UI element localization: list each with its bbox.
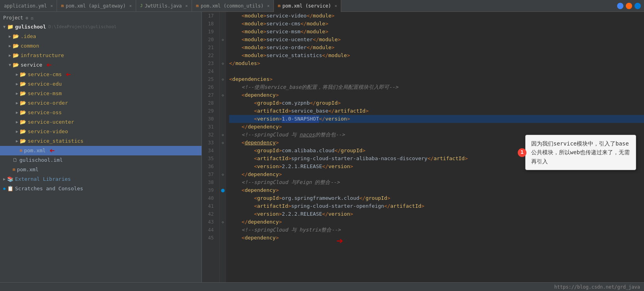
code-line-23: </modules> [229, 59, 644, 67]
sidebar-item-label-edu: service-edu [28, 80, 62, 88]
tab-pom-common-utils[interactable]: m pom.xml (common_utils) ✕ [192, 0, 274, 12]
tree-arrow-order: ▶ [14, 99, 20, 107]
sidebar-item-service[interactable]: ▼ 📂 service ➔ [0, 60, 201, 70]
sidebar-item-infrastructure[interactable]: ▶ 📂 infrastructure [0, 51, 201, 60]
sidebar-item-service-statistics[interactable]: ▶ 📂 service_statistics [0, 136, 201, 146]
code-line-24 [229, 67, 644, 75]
tree-arrow-msm: ▶ [14, 90, 20, 98]
sidebar-item-service-oss[interactable]: ▶ 📂 service-oss [0, 108, 201, 117]
sidebar-item-service-cms[interactable]: ▶ 📂 service-cms ➔ [0, 70, 201, 79]
tab-jwt-utils[interactable]: J JwtUtils.java ✕ [136, 0, 192, 12]
code-line-45: <dependency> [229, 234, 644, 242]
tab-type-icon: J [140, 3, 143, 8]
sidebar-item-pom-xml[interactable]: m pom.xml ➔ [0, 146, 201, 155]
tree-arrow-video: ▶ [14, 128, 20, 136]
code-line-19: <module>service-msm</module> [229, 28, 644, 36]
tree-arrow-cms: ▶ [14, 71, 20, 78]
bottom-bar: https://blog.csdn.net/grd_java [0, 282, 644, 291]
iml-icon: 🗋 [13, 156, 18, 164]
folder-icon: 📂 [20, 71, 26, 78]
folder-icon: 📂 [20, 99, 26, 107]
code-line-42: <version>2.2.2.RELEASE</version> [229, 210, 644, 218]
folder-icon: 📂 [13, 52, 19, 59]
root-path: D:\IdeaProjects\gulischool [48, 23, 116, 31]
sidebar-item-pom-xml-root[interactable]: ▶ m pom.xml [0, 165, 201, 174]
root-label: gulischool [15, 23, 46, 31]
red-arrow-cms: ➔ [66, 71, 71, 78]
code-line-43: </dependency> [229, 218, 644, 226]
folder-icon: 📂 [13, 61, 19, 69]
tree-arrow-common: ▶ [7, 42, 13, 50]
tab-bar: application.yml ✕ m pom.xml (api_gateway… [0, 0, 644, 12]
sidebar-item-label-scratches: Scratches and Consoles [15, 185, 83, 193]
code-line-27: <dependency> [229, 91, 644, 99]
sidebar-item-label-pom-root: pom.xml [17, 166, 39, 174]
sidebar-item-label-iml: gulischool.iml [19, 156, 63, 164]
tab-type-icon: m [61, 3, 64, 8]
sidebar-item-gulischool-iml[interactable]: ▶ 🗋 gulischool.iml [0, 155, 201, 165]
tab-close-icon[interactable]: ✕ [129, 4, 132, 8]
tree-arrow-ext: ▶ [2, 175, 7, 183]
tab-label: pom.xml (api_gateway) [66, 3, 126, 9]
tab-close-icon[interactable]: ✕ [50, 4, 53, 8]
tab-label: application.yml [4, 3, 47, 9]
tab-close-icon[interactable]: ✕ [267, 4, 270, 8]
sidebar: Project ⚙ ⚖ ▼ 📁 gulischool D:\IdeaProjec… [0, 12, 202, 282]
library-icon: 📚 [7, 175, 13, 183]
code-line-31: </dependency> [229, 123, 644, 131]
red-arrow-service: ➔ [46, 61, 51, 69]
code-line-22: <module>service_statistics</module> [229, 52, 644, 59]
sidebar-item-external-libraries[interactable]: ▶ 📚 External Libraries [0, 174, 201, 184]
sidebar-item-service-msm[interactable]: ▶ 📂 service-msm [0, 89, 201, 98]
sidebar-item-idea[interactable]: ▶ 📂 .idea [0, 32, 201, 41]
sidebar-item-service-ucenter[interactable]: ▶ 📂 service-ucenter [0, 117, 201, 127]
code-line-37: </dependency> [229, 170, 644, 178]
tab-type-icon: m [196, 3, 199, 8]
code-line-41: <artifactId>spring-cloud-starter-openfei… [229, 202, 644, 210]
code-line-26: <!--使用service_base的配置，将我们全局配置模块引入即可--> [229, 83, 644, 91]
firefox-icon[interactable] [626, 3, 632, 9]
tab-close-icon[interactable]: ✕ [334, 4, 337, 8]
tab-label: JwtUtils.java [144, 3, 182, 9]
tree-arrow-scratches: ● [2, 185, 7, 193]
sidebar-item-label-infra: infrastructure [21, 52, 64, 59]
tree-arrow-ucenter: ▶ [14, 118, 20, 126]
code-line-40: <groupId>org.springframework.cloud</grou… [229, 194, 644, 202]
file-m-icon: m [13, 166, 15, 174]
tab-label: pom.xml (common_utils) [201, 3, 264, 9]
edge-icon[interactable] [635, 3, 641, 9]
tree-arrow-infra: ▶ [7, 52, 13, 59]
code-line-21: <module>service-order</module> [229, 44, 644, 52]
tab-pom-api-gateway[interactable]: m pom.xml (api_gateway) ✕ [57, 0, 136, 12]
red-arrow-pom: ➔ [49, 147, 55, 155]
tab-close-icon[interactable]: ✕ [185, 4, 188, 8]
tab-pom-service[interactable]: m pom.xml (service) ✕ [274, 0, 341, 12]
tree-root[interactable]: ▼ 📁 gulischool D:\IdeaProjects\gulischoo… [0, 22, 201, 32]
tab-application-yml[interactable]: application.yml ✕ [0, 0, 57, 12]
gutter: ◇ ◇ ◇ ◇ ◇ ◇ ◇ ⬤ ◇ [220, 12, 226, 282]
code-line-29: <artifactId>service_base</artifactId> [229, 107, 644, 115]
folder-icon: 📂 [13, 33, 19, 40]
annotation-popup: 1 因为我们service模块中，引入了base公共模块，所以web也传递过来了… [525, 135, 636, 170]
tree-arrow-service: ▼ [7, 61, 13, 69]
tree-arrow-idea: ▶ [7, 33, 13, 40]
sidebar-item-label-cms: service-cms [28, 71, 62, 78]
sidebar-item-scratches[interactable]: ● 📋 Scratches and Consoles [0, 184, 201, 193]
folder-icon: 📂 [13, 42, 19, 50]
scratches-icon: 📋 [7, 185, 13, 193]
chrome-icon[interactable] [617, 3, 623, 9]
sidebar-item-common[interactable]: ▶ 📂 common [0, 41, 201, 51]
sidebar-item-service-edu[interactable]: ▶ 📂 service-edu [0, 79, 201, 89]
main-layout: Project ⚙ ⚖ ▼ 📁 gulischool D:\IdeaProjec… [0, 12, 644, 282]
annotation-badge: 1 [518, 148, 526, 157]
sidebar-item-service-order[interactable]: ▶ 📂 service-order [0, 98, 201, 108]
sidebar-item-label-order: service-order [28, 99, 68, 107]
tab-type-icon: m [278, 3, 281, 8]
line-numbers: 17 18 19 20 21 22 23 24 25 26 27 28 29 3… [202, 12, 220, 282]
code-line-18: <module>service-cms</module> [229, 20, 644, 28]
code-line-30: <version>1.0-SNAPSHOT</version> [229, 115, 644, 123]
sidebar-item-service-video[interactable]: ▶ 📂 service-video [0, 127, 201, 136]
code-line-20: <module>service-ucenter</module> [229, 36, 644, 44]
sidebar-item-label-common: common [21, 42, 39, 50]
code-line-44: <!--springCloud 与 hystrix整合--> [229, 226, 644, 234]
